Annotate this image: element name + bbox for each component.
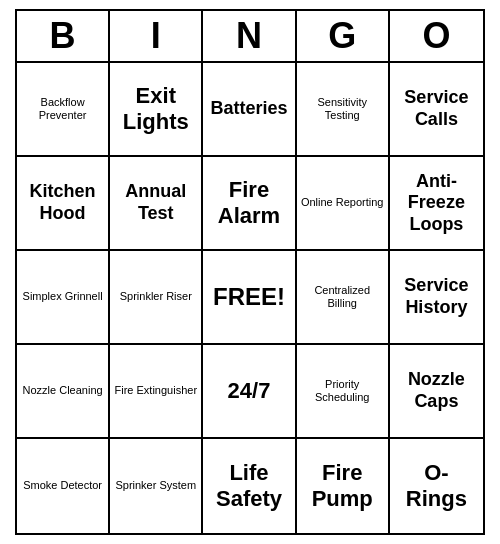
cell-text-14: Service History	[394, 275, 479, 318]
bingo-cell-3: Sensitivity Testing	[297, 63, 390, 157]
cell-text-19: Nozzle Caps	[394, 369, 479, 412]
cell-text-22: Life Safety	[207, 460, 290, 513]
bingo-cell-13: Centralized Billing	[297, 251, 390, 345]
cell-text-24: O-Rings	[394, 460, 479, 513]
cell-text-20: Smoke Detector	[23, 479, 102, 492]
header-letter-g: G	[297, 11, 390, 61]
cell-text-1: Exit Lights	[114, 83, 197, 136]
bingo-cell-5: Kitchen Hood	[17, 157, 110, 251]
cell-text-6: Annual Test	[114, 181, 197, 224]
cell-text-7: Fire Alarm	[207, 177, 290, 230]
bingo-cell-16: Fire Extinguisher	[110, 345, 203, 439]
bingo-cell-18: Priority Scheduling	[297, 345, 390, 439]
bingo-cell-20: Smoke Detector	[17, 439, 110, 533]
header-letter-b: B	[17, 11, 110, 61]
bingo-cell-11: Sprinkler Riser	[110, 251, 203, 345]
cell-text-8: Online Reporting	[301, 196, 384, 209]
cell-text-15: Nozzle Cleaning	[23, 384, 103, 397]
cell-text-0: Backflow Preventer	[21, 96, 104, 122]
cell-text-13: Centralized Billing	[301, 284, 384, 310]
bingo-cell-22: Life Safety	[203, 439, 296, 533]
cell-text-5: Kitchen Hood	[21, 181, 104, 224]
cell-text-17: 24/7	[228, 378, 271, 404]
bingo-cell-4: Service Calls	[390, 63, 483, 157]
bingo-cell-12: FREE!	[203, 251, 296, 345]
bingo-cell-0: Backflow Preventer	[17, 63, 110, 157]
bingo-cell-10: Simplex Grinnell	[17, 251, 110, 345]
bingo-cell-21: Sprinker System	[110, 439, 203, 533]
bingo-cell-1: Exit Lights	[110, 63, 203, 157]
cell-text-23: Fire Pump	[301, 460, 384, 513]
cell-text-11: Sprinkler Riser	[120, 290, 192, 303]
cell-text-9: Anti-Freeze Loops	[394, 171, 479, 236]
bingo-cell-14: Service History	[390, 251, 483, 345]
cell-text-12: FREE!	[213, 283, 285, 312]
bingo-cell-23: Fire Pump	[297, 439, 390, 533]
bingo-cell-19: Nozzle Caps	[390, 345, 483, 439]
bingo-cell-7: Fire Alarm	[203, 157, 296, 251]
cell-text-4: Service Calls	[394, 87, 479, 130]
header-letter-i: I	[110, 11, 203, 61]
bingo-cell-2: Batteries	[203, 63, 296, 157]
cell-text-3: Sensitivity Testing	[301, 96, 384, 122]
cell-text-18: Priority Scheduling	[301, 378, 384, 404]
bingo-grid: Backflow PreventerExit LightsBatteriesSe…	[17, 63, 483, 533]
bingo-header: BINGO	[17, 11, 483, 63]
bingo-cell-6: Annual Test	[110, 157, 203, 251]
bingo-card: BINGO Backflow PreventerExit LightsBatte…	[15, 9, 485, 535]
cell-text-16: Fire Extinguisher	[115, 384, 198, 397]
cell-text-21: Sprinker System	[115, 479, 196, 492]
bingo-cell-15: Nozzle Cleaning	[17, 345, 110, 439]
bingo-cell-24: O-Rings	[390, 439, 483, 533]
cell-text-10: Simplex Grinnell	[23, 290, 103, 303]
bingo-cell-9: Anti-Freeze Loops	[390, 157, 483, 251]
header-letter-n: N	[203, 11, 296, 61]
bingo-cell-8: Online Reporting	[297, 157, 390, 251]
bingo-cell-17: 24/7	[203, 345, 296, 439]
cell-text-2: Batteries	[210, 98, 287, 120]
header-letter-o: O	[390, 11, 483, 61]
